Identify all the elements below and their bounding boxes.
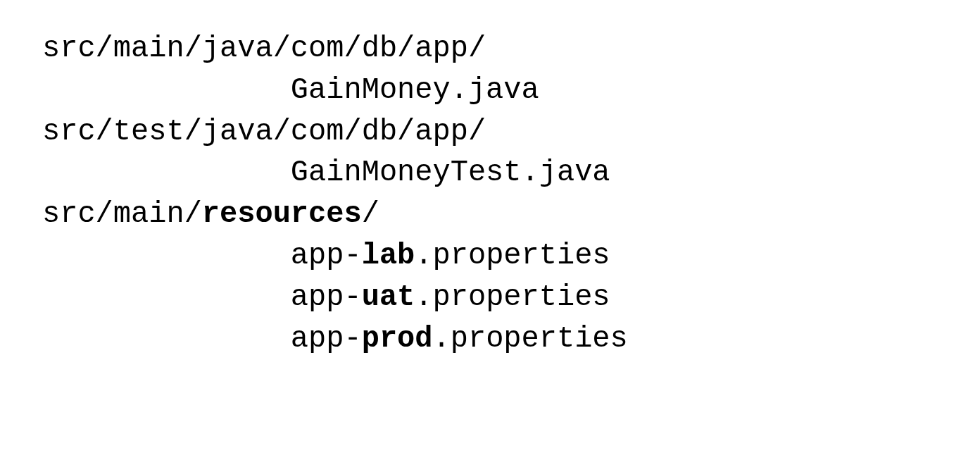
file-suffix: .properties xyxy=(433,322,628,356)
env-uat-bold: uat xyxy=(362,280,415,314)
path-line-3: src/test/java/com/db/app/ xyxy=(42,111,938,153)
path-text: src/main/java/com/db/app/ xyxy=(42,32,486,66)
indent xyxy=(42,152,291,194)
file-prefix: app- xyxy=(291,322,362,356)
file-prefix: app- xyxy=(291,280,362,314)
file-prefix: app- xyxy=(291,239,362,273)
resources-bold: resources xyxy=(202,197,362,231)
env-prod-bold: prod xyxy=(362,322,433,356)
path-line-7: app-uat.properties xyxy=(42,277,938,318)
file-suffix: .properties xyxy=(415,239,610,273)
file-suffix: .properties xyxy=(415,280,610,314)
indent xyxy=(42,70,291,111)
path-line-4: GainMoneyTest.java xyxy=(42,152,938,194)
path-prefix: src/main/ xyxy=(42,197,202,231)
file-text: GainMoneyTest.java xyxy=(291,156,610,190)
indent xyxy=(42,318,291,360)
file-text: GainMoney.java xyxy=(291,73,539,107)
indent xyxy=(42,277,291,318)
env-lab-bold: lab xyxy=(362,239,415,273)
path-line-8: app-prod.properties xyxy=(42,318,938,360)
path-suffix: / xyxy=(362,197,379,231)
path-line-5: src/main/resources/ xyxy=(42,194,938,235)
path-line-6: app-lab.properties xyxy=(42,235,938,277)
path-line-1: src/main/java/com/db/app/ xyxy=(42,28,938,70)
path-line-2: GainMoney.java xyxy=(42,70,938,111)
path-text: src/test/java/com/db/app/ xyxy=(42,115,486,149)
indent xyxy=(42,235,291,277)
